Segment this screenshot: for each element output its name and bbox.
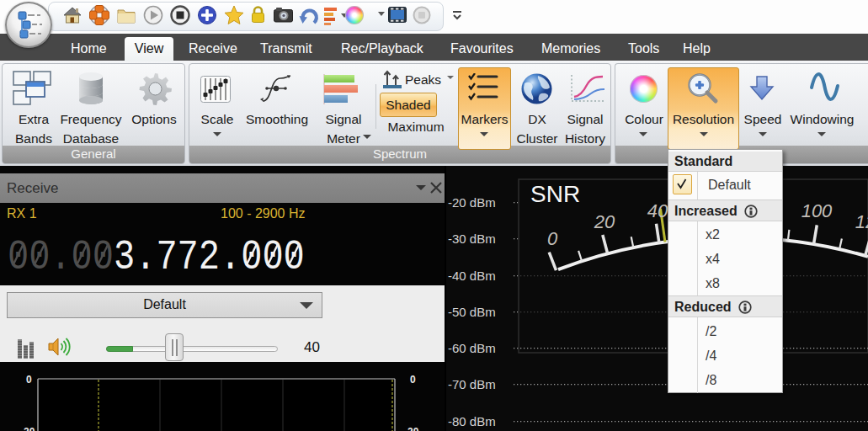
svg-text:20: 20 (594, 211, 615, 232)
svg-text:0: 0 (547, 228, 558, 249)
svg-text:40: 40 (647, 200, 668, 221)
svg-text:120: 120 (855, 211, 868, 232)
svg-text:100: 100 (801, 200, 833, 221)
svg-text:3.772.000: 3.772.000 (114, 233, 305, 280)
svg-text:00.00: 00.00 (8, 233, 114, 280)
svg-text:SNR: SNR (530, 181, 580, 207)
